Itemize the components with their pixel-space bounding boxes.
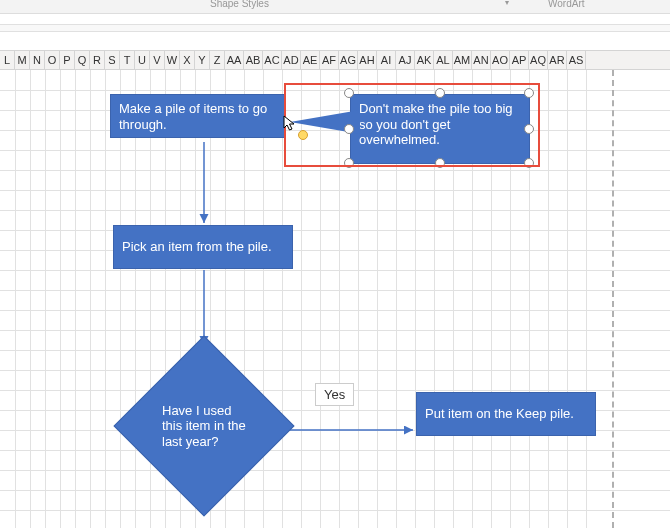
grid-col-line xyxy=(120,70,121,528)
column-header-M[interactable]: M xyxy=(15,51,30,69)
column-header-W[interactable]: W xyxy=(165,51,180,69)
header-spacer xyxy=(0,32,670,50)
worksheet-grid[interactable]: Make a pile of items to go through. Don'… xyxy=(0,70,670,528)
callout-body[interactable]: Don't make the pile too big so you don't… xyxy=(350,94,530,164)
grid-col-line xyxy=(282,70,283,528)
ribbon-group-shape-styles: Shape Styles xyxy=(210,0,269,9)
selection-handle-n[interactable] xyxy=(435,88,445,98)
selection-handle-nw[interactable] xyxy=(344,88,354,98)
column-header-U[interactable]: U xyxy=(135,51,150,69)
column-header-Y[interactable]: Y xyxy=(195,51,210,69)
column-header-AP[interactable]: AP xyxy=(510,51,529,69)
grid-row-line xyxy=(0,510,670,511)
column-header-AA[interactable]: AA xyxy=(225,51,244,69)
column-header-AH[interactable]: AH xyxy=(358,51,377,69)
yes-text: Yes xyxy=(324,387,345,402)
callout-shape-selected[interactable]: Don't make the pile too big so you don't… xyxy=(350,94,530,164)
column-header-L[interactable]: L xyxy=(0,51,15,69)
ribbon-group-wordart: WordArt xyxy=(548,0,585,9)
column-header-Q[interactable]: Q xyxy=(75,51,90,69)
column-header-AR[interactable]: AR xyxy=(548,51,567,69)
adjustment-handle[interactable] xyxy=(298,130,308,140)
decision-label: Have I used this item in the last year? xyxy=(162,403,246,450)
grid-col-line xyxy=(90,70,91,528)
flow-step-text: Pick an item from the pile. xyxy=(122,239,272,255)
grid-col-line xyxy=(45,70,46,528)
grid-row-line xyxy=(0,210,670,211)
column-headers[interactable]: LMNOPQRSTUVWXYZAAABACADAEAFAGAHAIAJAKALA… xyxy=(0,50,670,70)
grid-col-line xyxy=(30,70,31,528)
grid-col-line xyxy=(567,70,568,528)
flow-edge-label-yes[interactable]: Yes xyxy=(315,383,354,406)
column-header-AQ[interactable]: AQ xyxy=(529,51,548,69)
column-header-V[interactable]: V xyxy=(150,51,165,69)
grid-row-line xyxy=(0,150,670,151)
column-header-AK[interactable]: AK xyxy=(415,51,434,69)
ribbon-spacer xyxy=(0,14,670,24)
grid-row-line xyxy=(0,170,670,171)
column-header-N[interactable]: N xyxy=(30,51,45,69)
grid-row-line xyxy=(0,90,670,91)
grid-col-line xyxy=(15,70,16,528)
dialog-launcher-icon[interactable]: ▾ xyxy=(505,0,509,7)
grid-row-line xyxy=(0,190,670,191)
selection-handle-se[interactable] xyxy=(524,158,534,168)
column-header-T[interactable]: T xyxy=(120,51,135,69)
column-header-AN[interactable]: AN xyxy=(472,51,491,69)
flow-decision-text: Have I used this item in the last year? xyxy=(140,362,268,490)
column-header-AI[interactable]: AI xyxy=(377,51,396,69)
column-header-AO[interactable]: AO xyxy=(491,51,510,69)
column-header-AJ[interactable]: AJ xyxy=(396,51,415,69)
column-header-O[interactable]: O xyxy=(45,51,60,69)
flow-step-pick-item[interactable]: Pick an item from the pile. xyxy=(113,225,293,269)
column-header-X[interactable]: X xyxy=(180,51,195,69)
grid-row-line xyxy=(0,270,670,271)
selection-handle-s[interactable] xyxy=(435,158,445,168)
selection-handle-ne[interactable] xyxy=(524,88,534,98)
column-header-R[interactable]: R xyxy=(90,51,105,69)
grid-col-line xyxy=(75,70,76,528)
formula-bar-collapsed[interactable] xyxy=(0,24,670,32)
column-header-AF[interactable]: AF xyxy=(320,51,339,69)
grid-col-line xyxy=(339,70,340,528)
flow-connectors xyxy=(0,70,670,528)
column-header-AC[interactable]: AC xyxy=(263,51,282,69)
column-header-S[interactable]: S xyxy=(105,51,120,69)
grid-row-line xyxy=(0,370,670,371)
grid-row-line xyxy=(0,350,670,351)
callout-text: Don't make the pile too big so you don't… xyxy=(359,101,513,147)
grid-col-line xyxy=(586,70,587,528)
column-header-AG[interactable]: AG xyxy=(339,51,358,69)
column-header-AL[interactable]: AL xyxy=(434,51,453,69)
grid-col-line xyxy=(135,70,136,528)
column-header-AD[interactable]: AD xyxy=(282,51,301,69)
grid-col-line xyxy=(60,70,61,528)
column-header-AM[interactable]: AM xyxy=(453,51,472,69)
column-header-Z[interactable]: Z xyxy=(210,51,225,69)
column-header-AB[interactable]: AB xyxy=(244,51,263,69)
grid-col-line xyxy=(105,70,106,528)
column-header-AS[interactable]: AS xyxy=(567,51,586,69)
selection-handle-w[interactable] xyxy=(344,124,354,134)
grid-row-line xyxy=(0,330,670,331)
grid-row-line xyxy=(0,490,670,491)
flow-decision-used-item[interactable]: Have I used this item in the last year? xyxy=(140,362,268,490)
grid-row-line xyxy=(0,230,670,231)
column-header-P[interactable]: P xyxy=(60,51,75,69)
grid-row-line xyxy=(0,290,670,291)
column-header-AE[interactable]: AE xyxy=(301,51,320,69)
flow-step-text: Put item on the Keep pile. xyxy=(425,406,574,422)
grid-col-line xyxy=(548,70,549,528)
page-break-line xyxy=(612,70,614,528)
flow-step-text: Make a pile of items to go through. xyxy=(119,101,267,132)
grid-row-line xyxy=(0,470,670,471)
flow-step-make-pile[interactable]: Make a pile of items to go through. xyxy=(110,94,285,138)
grid-col-line xyxy=(320,70,321,528)
selection-handle-e[interactable] xyxy=(524,124,534,134)
grid-row-line xyxy=(0,310,670,311)
grid-row-line xyxy=(0,250,670,251)
ribbon-groups-bar: Shape Styles ▾ WordArt xyxy=(0,0,670,14)
grid-row-line xyxy=(0,450,670,451)
flow-step-keep-pile[interactable]: Put item on the Keep pile. xyxy=(416,392,596,436)
selection-handle-sw[interactable] xyxy=(344,158,354,168)
